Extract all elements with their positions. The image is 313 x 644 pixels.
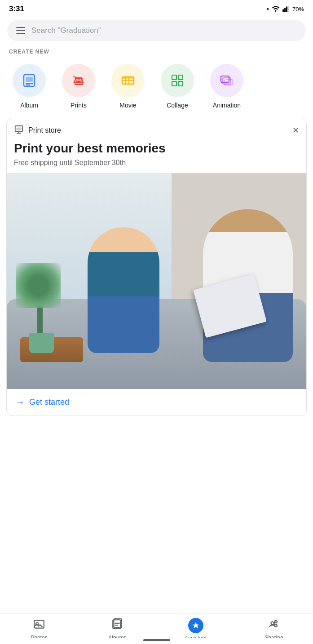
close-button[interactable]: ✕: [292, 125, 299, 135]
movie-label: Movie: [119, 102, 136, 109]
promo-image: [7, 173, 306, 389]
dot-icon: •: [267, 5, 269, 13]
prints-circle: [62, 64, 95, 97]
nav-item-sharing[interactable]: Sharing: [256, 618, 292, 641]
prints-label: Prints: [71, 102, 87, 109]
menu-icon[interactable]: [16, 27, 25, 34]
create-item-album[interactable]: Album: [4, 60, 54, 114]
svg-point-10: [79, 84, 81, 85]
svg-rect-5: [26, 77, 33, 82]
collage-circle: [161, 64, 194, 97]
animation-label: Animation: [213, 102, 241, 109]
svg-rect-18: [172, 81, 176, 86]
collage-label: Collage: [167, 102, 188, 109]
cta-arrow-icon: →: [16, 397, 25, 407]
movie-icon: [120, 72, 136, 89]
signal-icon: [282, 6, 290, 12]
cta-label: Get started: [29, 398, 69, 407]
animation-icon: [219, 72, 235, 89]
create-new-label: CREATE NEW: [0, 49, 313, 60]
promo-card-header: Print store ✕: [7, 118, 306, 141]
create-new-row: Album Prints Mov: [0, 60, 313, 114]
svg-rect-2: [286, 7, 287, 12]
album-circle: [13, 64, 46, 97]
wifi-icon: [272, 6, 280, 12]
svg-point-9: [77, 84, 78, 85]
svg-rect-12: [122, 77, 134, 79]
movie-circle: [111, 64, 145, 97]
svg-rect-0: [282, 9, 284, 12]
svg-point-31: [271, 622, 274, 625]
sharing-icon: [268, 618, 280, 633]
svg-rect-17: [178, 75, 183, 80]
battery-icon: 70%: [292, 6, 304, 13]
svg-rect-24: [17, 128, 21, 130]
print-store-label: Print store: [28, 126, 61, 134]
promo-title: Print your best memories: [7, 141, 306, 159]
nav-item-photos[interactable]: Photos: [21, 618, 57, 641]
collage-icon: [169, 72, 185, 89]
promo-card-left: Print store: [14, 125, 61, 136]
nav-item-albums[interactable]: Albums: [99, 618, 135, 641]
albums-icon: [111, 618, 123, 633]
create-item-animation[interactable]: Animation: [202, 60, 251, 114]
prints-icon: [71, 72, 87, 89]
assistant-icon: [188, 618, 203, 633]
svg-rect-3: [288, 6, 289, 12]
status-bar: 3:31 • 70%: [0, 0, 313, 16]
promo-subtitle: Free shipping until September 30th: [7, 159, 306, 173]
home-indicator: [143, 639, 170, 641]
svg-rect-21: [223, 78, 231, 84]
animation-circle: [210, 64, 243, 97]
promo-cta[interactable]: → Get started: [7, 389, 306, 416]
search-bar[interactable]: Search "Graduation": [7, 20, 306, 41]
status-time: 3:31: [9, 4, 24, 13]
album-label: Album: [20, 102, 38, 109]
album-icon: [21, 72, 37, 89]
create-item-collage[interactable]: Collage: [153, 60, 202, 114]
photos-icon: [33, 618, 45, 633]
svg-rect-16: [172, 75, 176, 80]
create-item-movie[interactable]: Movie: [103, 60, 153, 114]
print-store-icon: [14, 125, 24, 136]
status-icons: • 70%: [267, 5, 304, 13]
search-placeholder: Search "Graduation": [31, 26, 101, 35]
create-item-prints[interactable]: Prints: [54, 60, 103, 114]
promo-card: Print store ✕ Print your best memories F…: [6, 118, 307, 416]
svg-rect-1: [284, 8, 286, 12]
svg-rect-19: [178, 81, 183, 86]
